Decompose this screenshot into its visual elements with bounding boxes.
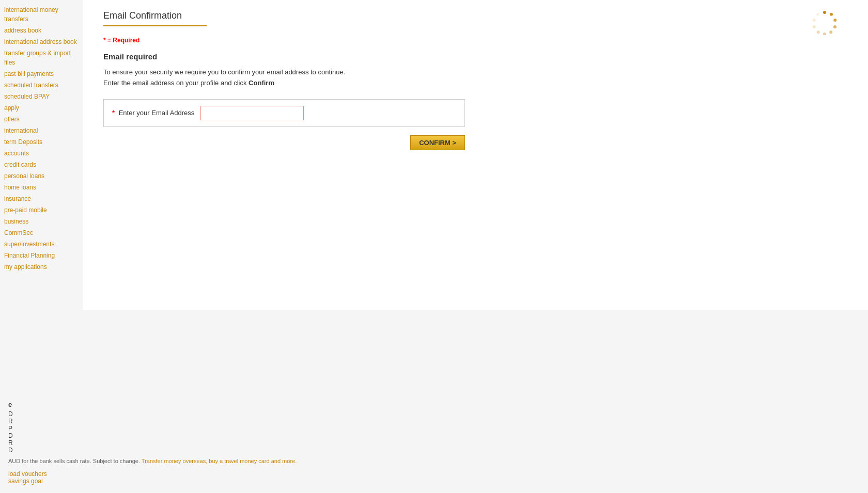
email-field-label: * Enter your Email Address <box>112 109 194 117</box>
currency-rows: D R P D R D <box>8 410 868 454</box>
sidebar-item-business[interactable]: business <box>0 216 83 227</box>
description-line1: To ensure your security we require you t… <box>103 68 345 76</box>
loading-spinner <box>812 10 837 37</box>
sidebar-item-international-money-transfers[interactable]: international money transfers <box>0 4 83 25</box>
sidebar-item-my-applications[interactable]: my applications <box>0 261 83 273</box>
sidebar-item-offers[interactable]: offers <box>0 114 83 125</box>
description-confirm-text: Confirm <box>249 79 274 87</box>
section-title: Email required <box>103 52 847 61</box>
sidebar-item-international-address-book[interactable]: international address book <box>0 36 83 47</box>
sidebar-item-term-deposits[interactable]: term Deposits <box>0 136 83 148</box>
aud-note: AUD for the bank sells cash rate. Subjec… <box>8 458 868 464</box>
sidebar-item-personal-loans[interactable]: personal loans <box>0 170 83 182</box>
sidebar-item-international[interactable]: international <box>0 125 83 136</box>
currency-row-5: D <box>8 447 868 454</box>
email-form-row: * Enter your Email Address <box>112 106 456 120</box>
transfer-link[interactable]: Transfer money overseas, buy a travel mo… <box>142 458 297 464</box>
svg-point-3 <box>833 25 836 28</box>
email-form-container: * Enter your Email Address <box>103 99 465 127</box>
currency-row-2: P <box>8 425 868 432</box>
currency-row-1: R <box>8 418 868 425</box>
svg-point-4 <box>829 30 832 34</box>
footer-link-savings-goal[interactable]: savings goal <box>8 478 868 485</box>
email-input[interactable] <box>200 106 304 120</box>
currency-row-4: R <box>8 439 868 447</box>
svg-point-6 <box>817 30 820 34</box>
sidebar-item-financial-planning[interactable]: Financial Planning <box>0 250 83 261</box>
svg-point-2 <box>833 19 836 22</box>
sidebar-item-home-loans[interactable]: home loans <box>0 182 83 193</box>
sidebar-item-transfer-groups[interactable]: transfer groups & import files <box>0 47 83 68</box>
spinner-icon <box>812 10 837 35</box>
description-line2-prefix: Enter the email address <box>103 79 176 87</box>
sidebar-item-credit-cards[interactable]: credit cards <box>0 159 83 170</box>
svg-point-1 <box>830 13 833 16</box>
confirm-button[interactable]: CONFIRM > <box>410 135 465 150</box>
sidebar-item-accounts[interactable]: accounts <box>0 148 83 159</box>
sidebar-item-super-investments[interactable]: super/investments <box>0 238 83 250</box>
sidebar-item-apply[interactable]: apply <box>0 102 83 114</box>
footer-link-load-vouchers[interactable]: load vouchers <box>8 470 868 478</box>
footer: e D R P D R D AUD for the bank sells cas… <box>0 392 868 493</box>
required-note: * = Required <box>103 37 847 44</box>
sidebar-item-pre-paid-mobile[interactable]: pre-paid mobile <box>0 204 83 216</box>
sidebar-item-address-book[interactable]: address book <box>0 25 83 36</box>
page-title: Email Confirmation <box>103 10 207 26</box>
sidebar-item-commsec[interactable]: CommSec <box>0 227 83 238</box>
description-on-text: on <box>176 79 183 87</box>
description-line2-suffix: your profile and click <box>183 79 249 87</box>
sidebar: international money transfers address bo… <box>0 0 83 277</box>
svg-point-7 <box>813 25 816 28</box>
main-content: Email Confirmation * = Required Email re… <box>83 0 868 310</box>
footer-nav: load vouchers savings goal <box>8 470 868 485</box>
sidebar-item-scheduled-transfers[interactable]: scheduled transfers <box>0 79 83 91</box>
svg-point-5 <box>823 33 826 35</box>
svg-point-0 <box>823 11 826 14</box>
currency-row-0: D <box>8 410 868 418</box>
field-required-star: * <box>112 109 117 117</box>
currency-row-3: D <box>8 432 868 439</box>
sidebar-item-scheduled-bpay[interactable]: scheduled BPAY <box>0 91 83 102</box>
svg-point-8 <box>813 19 816 22</box>
currency-title: e <box>8 401 868 408</box>
description-text: To ensure your security we require you t… <box>103 67 847 89</box>
sidebar-item-insurance[interactable]: insurance <box>0 193 83 204</box>
required-star: * <box>103 37 106 44</box>
svg-point-9 <box>816 13 819 16</box>
sidebar-item-past-bill-payments[interactable]: past bill payments <box>0 68 83 79</box>
